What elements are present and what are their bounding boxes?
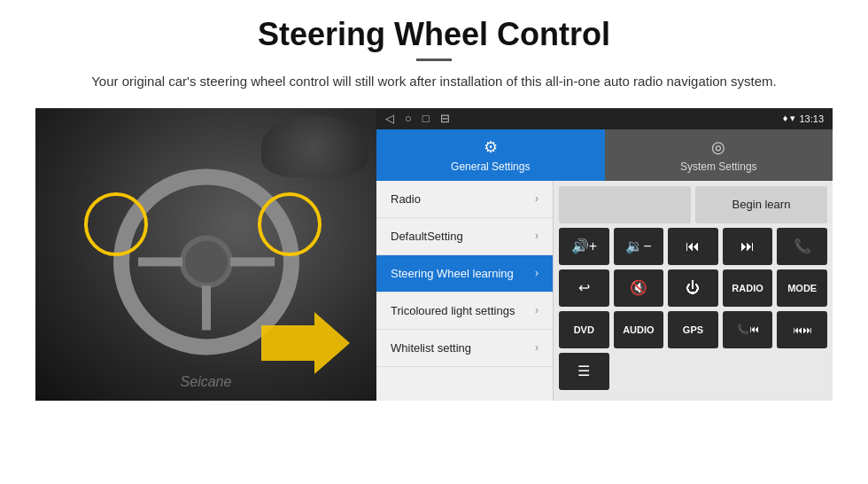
- btn-row-4: ☰: [559, 353, 827, 390]
- chevron-icon: ›: [535, 192, 539, 205]
- arrow-icon: [261, 312, 350, 374]
- status-bar: ◁ ○ □ ⊟ ♦ ▾ 13:13: [376, 108, 833, 129]
- menu-item-defaultsetting[interactable]: DefaultSetting ›: [376, 218, 553, 255]
- skip-button[interactable]: ⏮⏭: [777, 311, 827, 348]
- car-image-section: Seicane: [35, 108, 376, 401]
- sw-spoke-bottom: [202, 285, 211, 330]
- sw-spoke-right: [230, 257, 275, 266]
- chevron-icon: ›: [535, 230, 539, 242]
- mode-label: MODE: [787, 283, 817, 293]
- nav-menu-icon[interactable]: ⊟: [440, 112, 450, 125]
- vol-down-icon: 🔉−: [625, 238, 651, 254]
- left-menu: Radio › DefaultSetting › Steering Wheel …: [376, 181, 554, 401]
- empty-input-box: [559, 186, 691, 223]
- chevron-icon: ›: [535, 267, 539, 279]
- tab-system-label: System Settings: [680, 160, 757, 173]
- chevron-icon: ›: [535, 304, 539, 316]
- svg-marker-0: [261, 312, 350, 374]
- call-prev-button[interactable]: 📞⏮: [723, 311, 773, 348]
- content-area: Seicane ◁ ○ □ ⊟ ♦ ▾ 13:13: [35, 108, 833, 401]
- prev-icon: ⏮: [686, 238, 700, 254]
- menu-whitelist-label: Whitelist setting: [391, 341, 471, 355]
- next-button[interactable]: ⏭: [723, 228, 773, 265]
- power-button[interactable]: ⏻: [668, 269, 718, 307]
- nav-back-icon[interactable]: ◁: [385, 112, 394, 125]
- page-subtitle: Your original car's steering wheel contr…: [35, 72, 833, 92]
- radio-label: RADIO: [732, 283, 763, 293]
- audio-button[interactable]: AUDIO: [614, 311, 664, 348]
- menu-default-label: DefaultSetting: [391, 230, 463, 243]
- gear-icon: ⚙: [484, 137, 498, 157]
- radio-button[interactable]: RADIO: [723, 269, 773, 307]
- mute-icon: 🔇: [630, 279, 647, 296]
- page-title: Steering Wheel Control: [35, 16, 833, 53]
- time-display: 13:13: [799, 113, 824, 124]
- skip-icon: ⏮⏭: [793, 324, 812, 335]
- btn-row-1: 🔊+ 🔉− ⏮ ⏭ 📞: [559, 228, 827, 265]
- vol-down-button[interactable]: 🔉−: [614, 228, 664, 265]
- page-wrapper: Steering Wheel Control Your original car…: [0, 0, 868, 410]
- menu-item-whitelist[interactable]: Whitelist setting ›: [376, 330, 553, 367]
- call-prev-icon: 📞⏮: [737, 324, 759, 335]
- highlight-circle-right: [258, 192, 322, 256]
- menu-tricoloured-label: Tricoloured light settings: [391, 304, 515, 317]
- watermark-text: Seicane: [181, 374, 232, 390]
- steering-wheel-bg: Seicane: [35, 108, 376, 401]
- vol-up-icon: 🔊+: [571, 238, 597, 254]
- tab-bar: ⚙ General Settings ◎ System Settings: [376, 129, 833, 181]
- system-icon: ◎: [711, 137, 725, 157]
- menu-steering-label: Steering Wheel learning: [391, 267, 514, 280]
- menu-item-steering[interactable]: Steering Wheel learning ›: [376, 255, 553, 293]
- menu-item-tricoloured[interactable]: Tricoloured light settings ›: [376, 293, 553, 330]
- power-icon: ⏻: [686, 280, 700, 296]
- status-bar-nav: ◁ ○ □ ⊟: [385, 112, 450, 125]
- begin-learn-button[interactable]: Begin learn: [695, 186, 827, 223]
- gps-label: GPS: [683, 324, 703, 335]
- android-ui: ◁ ○ □ ⊟ ♦ ▾ 13:13 ⚙ General Settings ◎: [376, 108, 833, 401]
- menu-bars-icon: ☰: [577, 363, 590, 379]
- highlight-circle-left: [84, 192, 148, 256]
- title-divider: [416, 59, 452, 61]
- mode-button[interactable]: MODE: [777, 269, 827, 307]
- back-icon: ↩: [578, 279, 590, 296]
- tab-general-settings[interactable]: ⚙ General Settings: [376, 129, 605, 181]
- dvd-button[interactable]: DVD: [559, 311, 609, 348]
- panel-row-1: Begin learn: [559, 186, 827, 223]
- back-button[interactable]: ↩: [559, 269, 609, 307]
- call-icon: 📞: [794, 238, 811, 254]
- steering-wheel-hub: [180, 235, 233, 288]
- audio-label: AUDIO: [623, 324, 654, 335]
- menu-radio-label: Radio: [391, 192, 421, 206]
- next-icon: ⏭: [740, 238, 755, 254]
- main-body: Radio › DefaultSetting › Steering Wheel …: [376, 181, 833, 401]
- dashboard-gauges: [261, 115, 368, 177]
- menu-item-radio[interactable]: Radio ›: [376, 181, 553, 218]
- right-panel: Begin learn 🔊+ 🔉−: [554, 181, 833, 401]
- dvd-label: DVD: [574, 324, 594, 335]
- buttons-grid: 🔊+ 🔉− ⏮ ⏭ 📞: [559, 228, 827, 390]
- btn-row-3: DVD AUDIO GPS 📞⏮: [559, 311, 827, 348]
- status-bar-right: ♦ ▾ 13:13: [783, 113, 824, 124]
- tab-system-settings[interactable]: ◎ System Settings: [605, 129, 833, 181]
- sw-spoke-left: [138, 257, 182, 266]
- vol-up-button[interactable]: 🔊+: [559, 228, 609, 265]
- tab-general-label: General Settings: [451, 160, 530, 173]
- btn-row-2: ↩ 🔇 ⏻ RADIO MOD: [559, 269, 827, 307]
- nav-recents-icon[interactable]: □: [422, 112, 430, 125]
- signal-icon: ♦ ▾: [783, 113, 796, 124]
- mute-button[interactable]: 🔇: [614, 269, 664, 307]
- menu-icon-button[interactable]: ☰: [559, 353, 609, 390]
- prev-button[interactable]: ⏮: [668, 228, 718, 265]
- chevron-icon: ›: [535, 341, 539, 354]
- call-button[interactable]: 📞: [777, 228, 827, 265]
- nav-home-icon[interactable]: ○: [405, 112, 412, 125]
- gps-button[interactable]: GPS: [668, 311, 718, 348]
